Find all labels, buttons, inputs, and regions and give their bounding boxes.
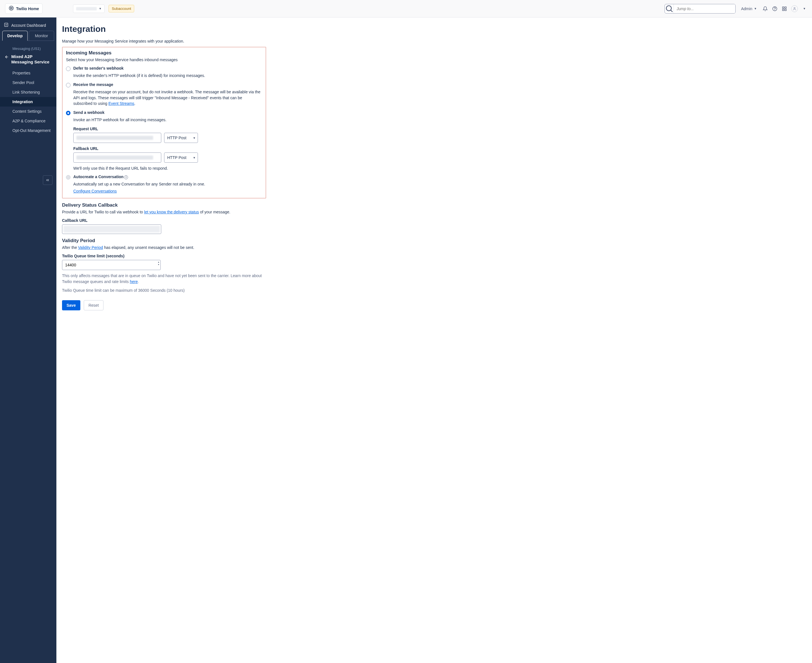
delivery-heading: Delivery Status Callback [62, 202, 266, 208]
search-input[interactable] [674, 4, 735, 13]
queue-limit-label: Twilio Queue time limit (seconds) [62, 254, 266, 258]
stepper-down-icon[interactable]: ▼ [158, 264, 160, 265]
chevron-down-icon: ▼ [754, 7, 757, 10]
breadcrumb[interactable]: Messaging (US1) [0, 45, 57, 52]
svg-point-2 [11, 7, 12, 8]
opt-webhook-label: Send a webhook [73, 110, 104, 115]
request-method-select[interactable]: HTTP Post [164, 133, 198, 143]
chevron-down-icon: ▼ [99, 7, 102, 10]
twilio-logo-icon [9, 6, 14, 11]
opt-receive-label: Receive the message [73, 82, 113, 87]
admin-dropdown[interactable]: Admin ▼ [739, 5, 759, 12]
request-url-label: Request URL [73, 126, 262, 131]
opt-defer-desc: Invoke the sender's HTTP webhook (if it … [73, 73, 262, 78]
user-menu-chevron[interactable]: ▼ [802, 7, 807, 10]
tab-develop[interactable]: Develop [2, 31, 27, 40]
svg-point-1 [10, 7, 11, 8]
notifications-icon[interactable] [762, 6, 768, 11]
svg-rect-12 [785, 9, 786, 10]
account-name-redacted [76, 7, 96, 10]
sidebar-item-properties[interactable]: Properties [0, 68, 57, 78]
sidebar: Account Dashboard Develop Monitor Messag… [0, 18, 57, 663]
info-icon[interactable]: i [124, 175, 128, 179]
svg-rect-9 [782, 7, 784, 8]
opt-auto-label: Autocreate a Conversationi [73, 175, 128, 179]
help-icon[interactable] [772, 6, 778, 11]
search-icon [665, 4, 674, 13]
home-label: Twilio Home [16, 6, 39, 11]
delivery-desc: Provide a URL for Twilio to call via web… [62, 210, 266, 214]
user-avatar[interactable] [791, 5, 798, 12]
account-dropdown[interactable]: ▼ [73, 5, 105, 13]
search-box[interactable] [665, 4, 736, 13]
radio-defer[interactable] [66, 66, 71, 71]
opt-receive-desc: Receive the message on your account, but… [73, 89, 262, 106]
fallback-url-label: Fallback URL [73, 146, 262, 151]
svg-point-0 [9, 6, 13, 10]
page-title: Integration [62, 24, 806, 34]
dashboard-icon [4, 23, 8, 28]
dashboard-label: Account Dashboard [11, 23, 46, 27]
main-content: Integration Manage how your Messaging Se… [57, 18, 812, 663]
validity-help-2: Twilio Queue time limit can be maximum o… [62, 288, 266, 293]
subaccount-badge: Subaccount [108, 5, 134, 12]
service-name: Mixed A2P Messaging Service [11, 54, 53, 65]
learn-more-link[interactable]: here [130, 279, 137, 284]
collapse-sidebar-button[interactable] [43, 175, 52, 185]
callback-url-label: Callback URL [62, 218, 266, 223]
radio-webhook[interactable] [66, 111, 71, 115]
sidebar-item-link-shortening[interactable]: Link Shortening [0, 87, 57, 97]
topbar: Twilio Home ▼ Subaccount Admin ▼ ▼ [0, 0, 812, 18]
fallback-hint: We'll only use this if the Request URL f… [73, 166, 262, 171]
page-subtitle: Manage how your Messaging Service integr… [62, 39, 806, 44]
svg-point-4 [11, 8, 12, 9]
incoming-panel: Incoming Messages Select how your Messag… [62, 47, 266, 199]
validity-help-1: This only affects messages that are in q… [62, 273, 266, 285]
svg-point-5 [666, 6, 671, 11]
queue-limit-input[interactable] [62, 260, 161, 270]
sidebar-item-sender-pool[interactable]: Sender Pool [0, 78, 57, 87]
validity-heading: Validity Period [62, 238, 266, 244]
tab-monitor[interactable]: Monitor [29, 31, 54, 40]
account-dashboard-link[interactable]: Account Dashboard [0, 18, 57, 31]
opt-webhook-desc: Invoke an HTTP webhook for all incoming … [73, 117, 262, 123]
delivery-status-link[interactable]: let you know the delivery status [144, 210, 199, 214]
request-url-input[interactable] [73, 133, 161, 143]
reset-button[interactable]: Reset [84, 300, 104, 310]
validity-desc: After the Validity Period has elapsed, a… [62, 245, 266, 250]
opt-auto-desc: Automatically set up a new Conversation … [73, 181, 262, 187]
opt-defer-label: Defer to sender's webhook [73, 66, 123, 71]
radio-receive[interactable] [66, 83, 71, 87]
sidebar-item-a2p-compliance[interactable]: A2P & Compliance [0, 116, 57, 126]
incoming-desc: Select how your Messaging Service handle… [66, 58, 262, 62]
sidebar-item-opt-out-management[interactable]: Opt-Out Management [0, 126, 57, 135]
svg-point-3 [10, 8, 11, 9]
radio-autocreate [66, 175, 71, 179]
save-button[interactable]: Save [62, 300, 80, 310]
sidebar-item-integration[interactable]: Integration [0, 97, 57, 107]
admin-label: Admin [741, 6, 752, 11]
svg-point-13 [794, 7, 795, 9]
apps-icon[interactable] [781, 6, 787, 11]
svg-rect-11 [782, 9, 784, 10]
event-streams-link[interactable]: Event Streams [108, 101, 134, 106]
back-arrow-icon[interactable] [5, 55, 9, 60]
stepper-up-icon[interactable]: ▲ [158, 261, 160, 263]
svg-line-6 [671, 10, 673, 12]
incoming-heading: Incoming Messages [66, 50, 262, 56]
validity-period-link[interactable]: Validity Period [78, 245, 103, 250]
callback-url-input[interactable] [62, 225, 161, 234]
configure-conversations-link[interactable]: Configure Conversations [73, 189, 117, 193]
sidebar-item-content-settings[interactable]: Content Settings [0, 107, 57, 116]
fallback-method-select[interactable]: HTTP Post [164, 152, 198, 163]
fallback-url-input[interactable] [73, 152, 161, 163]
home-button[interactable]: Twilio Home [5, 3, 42, 14]
svg-rect-10 [785, 7, 786, 8]
